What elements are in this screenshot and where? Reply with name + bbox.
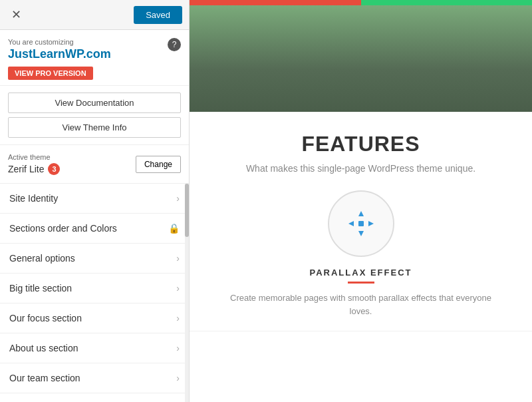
view-theme-info-button[interactable]: View Theme Info bbox=[8, 117, 181, 138]
svg-marker-0 bbox=[358, 211, 364, 216]
chevron-right-icon: › bbox=[176, 283, 180, 294]
theme-name: Zerif Lite 3 bbox=[8, 163, 60, 175]
active-theme-section: Active theme Zerif Lite 3 Change bbox=[0, 145, 189, 184]
doc-buttons-section: View Documentation View Theme Info bbox=[0, 86, 189, 145]
chevron-right-icon: › bbox=[176, 343, 180, 353]
green-strip bbox=[361, 0, 533, 5]
features-section: FEATURES What makes this single-page Wor… bbox=[190, 112, 532, 331]
active-theme-info: Active theme Zerif Lite 3 bbox=[8, 153, 60, 175]
hero-image bbox=[190, 5, 532, 112]
nav-scroll-container: Site Identity › Sections order and Color… bbox=[0, 184, 189, 402]
nav-item-about-us[interactable]: About us section › bbox=[0, 333, 189, 363]
nav-item-our-focus[interactable]: Our focus section › bbox=[0, 303, 189, 333]
left-panel: ✕ Saved You are customizing JustLearnWP.… bbox=[0, 0, 190, 402]
features-title: FEATURES bbox=[203, 132, 519, 156]
chevron-right-icon: › bbox=[176, 253, 180, 264]
nav-item-sections-order[interactable]: Sections order and Colors 🔒 bbox=[0, 214, 189, 244]
nav-item-general-options[interactable]: General options › bbox=[0, 244, 189, 274]
change-theme-button[interactable]: Change bbox=[136, 156, 181, 173]
nav-item-our-team[interactable]: Our team section › bbox=[0, 363, 189, 393]
saved-button[interactable]: Saved bbox=[134, 6, 182, 24]
right-panel: FEATURES What makes this single-page Wor… bbox=[190, 0, 532, 402]
customizing-section: You are customizing JustLearnWP.com VIEW… bbox=[0, 30, 189, 86]
close-button[interactable]: ✕ bbox=[7, 5, 25, 24]
customizing-label: You are customizing bbox=[8, 38, 181, 46]
svg-marker-1 bbox=[358, 231, 364, 236]
nav-list: Site Identity › Sections order and Color… bbox=[0, 184, 189, 402]
chevron-right-icon: › bbox=[176, 313, 180, 323]
chevron-right-icon: › bbox=[176, 193, 180, 204]
top-bar: ✕ Saved bbox=[0, 0, 189, 30]
view-documentation-button[interactable]: View Documentation bbox=[8, 93, 181, 113]
svg-rect-4 bbox=[358, 221, 364, 226]
active-theme-label: Active theme bbox=[8, 153, 60, 161]
scrollbar-track bbox=[185, 184, 189, 402]
nav-item-site-identity[interactable]: Site Identity › bbox=[0, 184, 189, 214]
features-subtitle: What makes this single-page WordPress th… bbox=[203, 163, 519, 174]
help-icon[interactable]: ? bbox=[168, 38, 181, 51]
top-color-strip bbox=[190, 0, 532, 5]
parallax-underline bbox=[348, 282, 374, 284]
svg-marker-2 bbox=[348, 221, 354, 226]
nav-item-big-title[interactable]: Big title section › bbox=[0, 274, 189, 303]
site-url: JustLearnWP.com bbox=[8, 47, 181, 61]
parallax-label: PARALLAX EFFECT bbox=[203, 268, 519, 278]
svg-marker-3 bbox=[368, 221, 374, 226]
parallax-move-icon bbox=[344, 207, 378, 240]
red-strip bbox=[190, 0, 361, 5]
scrollbar-thumb[interactable] bbox=[185, 184, 189, 237]
chevron-right-icon: › bbox=[176, 373, 180, 383]
view-pro-button[interactable]: VIEW PRO VERSION bbox=[8, 67, 93, 80]
update-badge: 3 bbox=[48, 163, 60, 175]
lock-icon: 🔒 bbox=[168, 223, 180, 234]
parallax-description: Create memorable pages with smooth paral… bbox=[221, 292, 501, 317]
parallax-icon-wrapper bbox=[328, 190, 394, 257]
